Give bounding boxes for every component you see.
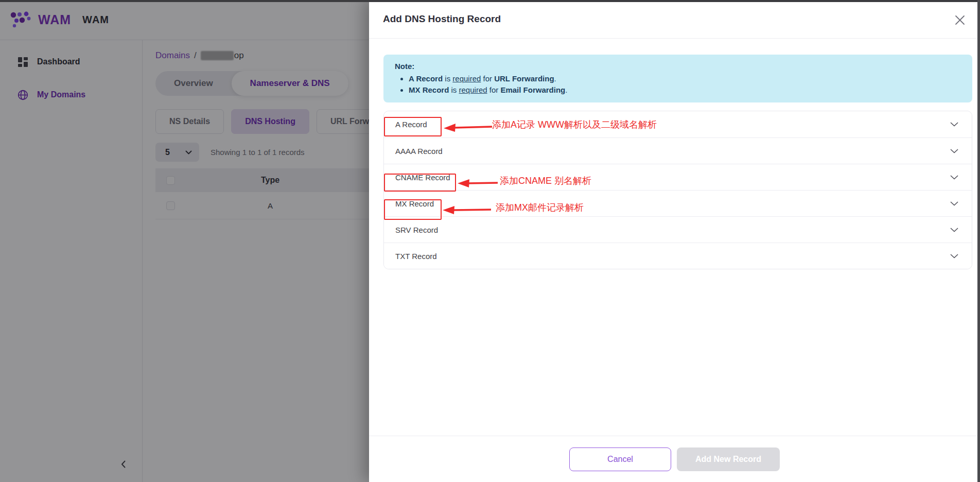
note-bold: A Record [409, 74, 443, 83]
note-underline: required [452, 74, 481, 83]
note-bold: URL Forwarding [494, 74, 554, 83]
accordion-label: SRV Record [395, 226, 438, 234]
note-list: A Record is required for URL Forwarding.… [395, 74, 961, 94]
note-text: . [554, 74, 556, 83]
note-text: . [565, 85, 567, 94]
note-text: for [487, 85, 501, 94]
modal-footer: Cancel Add New Record [369, 436, 980, 482]
record-type-accordion: A Record AAAA Record CNAME Record MX Rec… [383, 111, 972, 269]
note-text: is [443, 74, 452, 83]
close-icon [955, 15, 965, 25]
modal-title: Add DNS Hosting Record [383, 13, 501, 25]
accordion-txt-record[interactable]: TXT Record [384, 243, 972, 269]
accordion-cname-record[interactable]: CNAME Record [384, 164, 972, 190]
accordion-mx-record[interactable]: MX Record [384, 190, 972, 216]
accordion-a-record[interactable]: A Record [384, 111, 972, 137]
add-dns-record-modal: Add DNS Hosting Record Note: A Record is… [369, 0, 980, 482]
chevron-down-icon [950, 228, 958, 232]
accordion-label: AAAA Record [395, 147, 443, 156]
window-top-edge [0, 0, 980, 2]
accordion-label: A Record [395, 120, 427, 129]
accordion-srv-record[interactable]: SRV Record [384, 216, 972, 243]
chevron-down-icon [950, 254, 958, 259]
accordion-label: TXT Record [395, 252, 437, 261]
note-bold: MX Record [409, 85, 449, 94]
note-bold: Email Forwarding [500, 85, 565, 94]
note-underline: required [459, 85, 487, 94]
chevron-down-icon [950, 175, 958, 180]
accordion-label: CNAME Record [395, 173, 450, 182]
chevron-down-icon [950, 149, 958, 153]
note-box: Note: A Record is required for URL Forwa… [383, 55, 972, 102]
add-new-record-button[interactable]: Add New Record [677, 447, 780, 471]
note-text: for [481, 74, 494, 83]
close-button[interactable] [953, 13, 967, 27]
window-scrollbar-edge[interactable] [977, 0, 980, 482]
accordion-label: MX Record [395, 199, 434, 208]
note-text: is [449, 85, 459, 94]
note-heading: Note: [395, 62, 961, 71]
chevron-down-icon [950, 122, 958, 127]
accordion-aaaa-record[interactable]: AAAA Record [384, 137, 972, 164]
note-item: MX Record is required for Email Forwardi… [409, 85, 961, 94]
note-item: A Record is required for URL Forwarding. [409, 74, 961, 83]
modal-header: Add DNS Hosting Record [369, 0, 980, 39]
chevron-down-icon [950, 201, 958, 206]
cancel-button[interactable]: Cancel [569, 447, 671, 471]
